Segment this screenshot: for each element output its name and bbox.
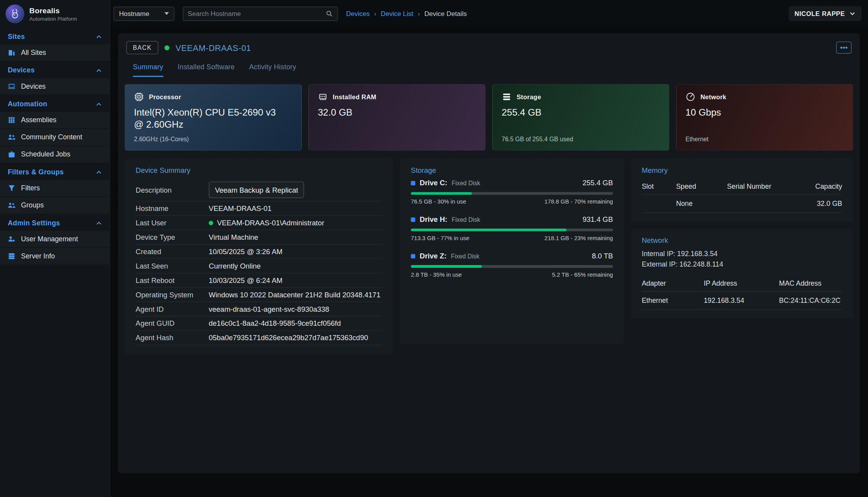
processor-value: Intel(R) Xeon(R) CPU E5-2690 v3 @ 2.60GH… — [134, 107, 283, 131]
breadcrumb-separator: › — [418, 10, 420, 18]
server-info-icon — [8, 252, 16, 260]
sidebar: Borealis Automation Platform Sites All S… — [0, 0, 110, 497]
network-value: 10 Gbps — [685, 107, 835, 119]
summary-row-device-type: Device Type Virtual Machine — [136, 230, 382, 245]
tab-activity-history[interactable]: Activity History — [249, 63, 296, 77]
tab-summary[interactable]: Summary — [133, 63, 163, 77]
adapter-name-cell: Ethernet — [642, 292, 704, 310]
summary-row-description: Description — [136, 179, 382, 201]
sidebar-item-groups[interactable]: Groups — [0, 197, 110, 214]
sidebar-item-community-content[interactable]: Community Content — [0, 129, 110, 146]
sidebar-item-scheduled-jobs[interactable]: Scheduled Jobs — [0, 146, 110, 163]
drive-z: Drive Z: Fixed Disk 8.0 TB 2.8 TB - 35% … — [411, 252, 613, 278]
brand-name: Borealis — [29, 6, 77, 14]
hostname-filter-select[interactable]: Hostname — [113, 6, 174, 21]
summary-row-agent-hash: Agent Hash 05ba0e7935171d626ecea29b27d7a… — [136, 331, 382, 345]
device-summary-panel: Device Summary Description Hostname VEEA… — [125, 158, 393, 354]
more-options-button[interactable]: ••• — [836, 42, 852, 54]
main-column: Hostname Devices › Device List › Device … — [110, 0, 868, 497]
storage-subtitle: 76.5 GB of 255.4 GB used — [502, 135, 660, 142]
detail-panels: Device Summary Description Hostname VEEA… — [125, 158, 853, 354]
brand-subtitle: Automation Platform — [29, 15, 77, 21]
sidebar-item-user-management[interactable]: User Management — [0, 231, 110, 248]
storage-card: Storage 255.4 GB 76.5 GB of 255.4 GB use… — [492, 84, 669, 151]
summary-row-agent-guid: Agent GUID de16c0c1-8aa2-4d18-9585-9ce91… — [136, 316, 382, 331]
community-content-icon — [8, 133, 16, 141]
external-ip: External IP: 162.248.8.114 — [642, 260, 842, 270]
breadcrumb-devices[interactable]: Devices — [346, 10, 370, 18]
summary-row-agent-id: Agent ID veeam-draas-01-agent-svc-8930a3… — [136, 302, 382, 316]
memory-slot-cell — [642, 195, 676, 213]
summary-row-hostname: Hostname VEEAM-DRAAS-01 — [136, 202, 382, 216]
processor-subtitle: 2.60GHz (16-Cores) — [134, 135, 292, 142]
device-summary-title: Device Summary — [136, 166, 382, 174]
summary-row-last-reboot: Last Reboot 10/03/2025 @ 6:24 AM — [136, 273, 382, 288]
network-panel-title: Network — [642, 236, 842, 244]
memory-panel-title: Memory — [642, 166, 842, 174]
sidebar-section-automation[interactable]: Automation — [0, 95, 110, 112]
scheduled-jobs-icon — [8, 151, 16, 158]
drive-c: Drive C: Fixed Disk 255.4 GB 76.5 GB - 3… — [411, 179, 613, 205]
network-subtitle: Ethernet — [685, 135, 844, 142]
sidebar-section-devices[interactable]: Devices — [0, 61, 110, 78]
tab-bar: Summary Installed Software Activity Hist… — [133, 63, 853, 77]
chevron-down-icon — [849, 11, 856, 17]
drive-icon — [411, 181, 415, 185]
breadcrumb-separator: › — [374, 10, 377, 18]
user-menu[interactable]: NICOLE RAPPE — [789, 6, 862, 21]
sidebar-section-admin-settings[interactable]: Admin Settings — [0, 214, 110, 231]
adapter-ip-cell: 192.168.3.54 — [704, 292, 779, 310]
memory-serial-cell — [727, 195, 796, 213]
search-icon[interactable] — [326, 10, 333, 17]
drive-remaining-label: 178.8 GB - 70% remaining — [544, 198, 613, 205]
back-button[interactable]: BACK — [126, 41, 158, 54]
drive-remaining-label: 5.2 TB - 65% remaining — [552, 271, 613, 278]
network-speed-icon — [685, 92, 695, 102]
installed-ram-card: Installed RAM 32.0 GB — [308, 84, 486, 151]
topbar: Hostname Devices › Device List › Device … — [110, 0, 868, 27]
adapter-mac-cell: BC:24:11:CA:C6:2C — [779, 292, 842, 310]
page-header: BACK VEEAM-DRAAS-01 ••• — [125, 41, 853, 54]
chevron-up-icon — [96, 67, 102, 74]
sidebar-item-all-sites[interactable]: All Sites — [0, 44, 110, 61]
devices-icon — [8, 83, 16, 90]
ram-value: 32.0 GB — [318, 107, 467, 119]
network-panel: Network Internal IP: 192.168.3.54 Extern… — [631, 228, 854, 318]
all-sites-icon — [8, 49, 16, 56]
sidebar-section-filters-groups[interactable]: Filters & Groups — [0, 163, 110, 180]
summary-row-last-user: Last User VEEAM-DRAAS-01\Administrator — [136, 216, 382, 230]
stat-cards: Processor Intel(R) Xeon(R) CPU E5-2690 v… — [125, 84, 853, 151]
brand-text: Borealis Automation Platform — [29, 6, 77, 21]
drive-h: Drive H: Fixed Disk 931.4 GB 713.3 GB - … — [411, 215, 613, 241]
search-input[interactable] — [188, 10, 322, 18]
chevron-up-icon — [96, 33, 102, 40]
description-input[interactable] — [209, 181, 304, 198]
ram-subtitle — [318, 135, 476, 142]
storage-icon — [502, 92, 512, 102]
drive-icon — [411, 254, 415, 258]
drive-used-label: 76.5 GB - 30% in use — [411, 198, 466, 205]
processor-card: Processor Intel(R) Xeon(R) CPU E5-2690 v… — [125, 84, 302, 151]
memory-table: Slot Speed Serial Number Capacity None 3… — [642, 179, 842, 213]
breadcrumb-device-list[interactable]: Device List — [381, 10, 413, 18]
right-panel-stack: Memory Slot Speed Serial Number Capacity… — [631, 158, 854, 319]
sidebar-item-server-info[interactable]: Server Info — [0, 248, 110, 265]
sidebar-item-assemblies[interactable]: Assemblies — [0, 112, 110, 128]
app-root: Borealis Automation Platform Sites All S… — [0, 0, 868, 497]
network-adapters-table: Adapter IP Address MAC Address Ethernet … — [642, 275, 842, 309]
summary-row-operating-system: Operating System Windows 10 2022 Datacen… — [136, 288, 382, 302]
memory-panel: Memory Slot Speed Serial Number Capacity… — [631, 158, 854, 222]
device-details-panel: BACK VEEAM-DRAAS-01 ••• Summary Installe… — [118, 33, 860, 473]
sidebar-section-sites[interactable]: Sites — [0, 28, 110, 44]
user-management-icon — [8, 235, 16, 243]
tab-installed-software[interactable]: Installed Software — [178, 63, 234, 77]
chevron-up-icon — [96, 101, 102, 107]
user-name: NICOLE RAPPE — [794, 10, 845, 17]
brand: Borealis Automation Platform — [0, 0, 110, 28]
sidebar-item-devices[interactable]: Devices — [0, 78, 110, 95]
storage-value: 255.4 GB — [502, 107, 651, 119]
page-title: VEEAM-DRAAS-01 — [176, 43, 251, 52]
chevron-up-icon — [96, 220, 102, 226]
sidebar-item-filters[interactable]: Filters — [0, 180, 110, 197]
drive-usage-bar — [411, 228, 613, 231]
